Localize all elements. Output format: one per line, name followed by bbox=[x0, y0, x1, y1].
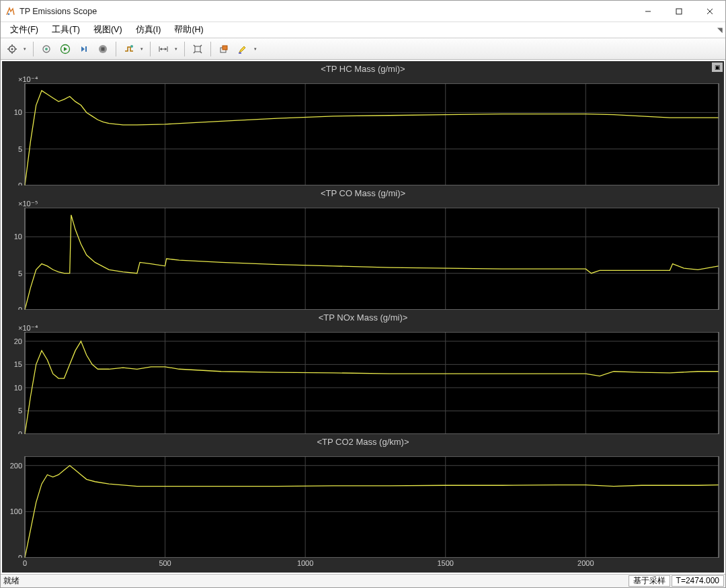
svg-marker-22 bbox=[165, 48, 167, 50]
subplot-2: <TP NOx Mass (g/mi)>×10⁻⁴05101520 bbox=[6, 310, 720, 434]
plot-area[interactable]: 0510 bbox=[6, 208, 720, 310]
plot-area[interactable]: 0510 bbox=[6, 83, 720, 185]
svg-text:15: 15 bbox=[14, 360, 22, 368]
close-button[interactable] bbox=[694, 1, 725, 22]
cursor-measure-button[interactable] bbox=[155, 40, 180, 58]
config-button[interactable] bbox=[3, 40, 29, 58]
svg-rect-29 bbox=[25, 83, 719, 185]
svg-rect-25 bbox=[195, 46, 200, 52]
svg-rect-42 bbox=[25, 208, 719, 310]
toolbar-separator bbox=[116, 42, 116, 56]
svg-marker-15 bbox=[81, 46, 85, 52]
subplot-3: <TP CO2 Mass (g/km)>0100200 bbox=[6, 434, 720, 558]
minimize-button[interactable] bbox=[633, 1, 663, 22]
toolbar-menu-arrow-icon[interactable]: ◥ bbox=[717, 26, 723, 34]
subplot-0: <TP HC Mass (g/mi)>×10⁻⁴0510 bbox=[6, 61, 720, 185]
subplot-title: <TP HC Mass (g/mi)> bbox=[6, 64, 720, 74]
svg-text:5: 5 bbox=[18, 269, 22, 278]
status-mode: 基于采样 bbox=[629, 575, 670, 587]
matlab-icon bbox=[5, 6, 15, 17]
y-exponent-label: ×10⁻⁴ bbox=[6, 324, 720, 332]
subplot-title: <TP NOx Mass (g/mi)> bbox=[6, 312, 720, 323]
toolbar-separator bbox=[33, 42, 34, 56]
trigger-button[interactable] bbox=[120, 40, 146, 58]
svg-text:0: 0 bbox=[18, 554, 22, 558]
svg-point-0 bbox=[8, 13, 10, 15]
window-title: TP Emissions Scope bbox=[19, 7, 633, 16]
x-tick-label: 1000 bbox=[297, 559, 313, 567]
svg-text:5: 5 bbox=[18, 407, 22, 415]
svg-text:20: 20 bbox=[14, 337, 22, 345]
autoscale-button[interactable] bbox=[189, 40, 206, 58]
toolbar bbox=[1, 38, 725, 60]
scope-figure: ▣ <TP HC Mass (g/mi)>×10⁻⁴0510<TP CO Mas… bbox=[2, 61, 724, 573]
plot-area[interactable]: 05101520 bbox=[6, 332, 720, 434]
x-tick-label: 0 bbox=[23, 559, 27, 567]
menu-file[interactable]: 文件(F) bbox=[3, 22, 45, 38]
svg-rect-72 bbox=[25, 456, 719, 558]
svg-text:10: 10 bbox=[14, 233, 22, 241]
y-exponent-label: ×10⁻⁴ bbox=[6, 75, 720, 83]
svg-marker-21 bbox=[160, 48, 162, 50]
svg-rect-2 bbox=[676, 9, 682, 14]
toolbar-separator bbox=[150, 42, 151, 56]
svg-text:10: 10 bbox=[14, 384, 22, 392]
toolbar-separator bbox=[210, 42, 211, 56]
svg-text:0: 0 bbox=[18, 430, 22, 434]
y-exponent-label bbox=[6, 448, 720, 456]
menubar: 文件(F) 工具(T) 视图(V) 仿真(I) 帮助(H) ◥ bbox=[1, 22, 725, 38]
maximize-button[interactable] bbox=[663, 1, 694, 22]
plot-area[interactable]: 0100200 bbox=[6, 456, 720, 558]
open-model-button[interactable] bbox=[38, 40, 55, 58]
svg-marker-14 bbox=[64, 47, 67, 51]
subplot-1: <TP CO Mass (g/mi)>×10⁻⁵0510 bbox=[6, 185, 720, 310]
menu-simulation[interactable]: 仿真(I) bbox=[129, 22, 168, 38]
x-tick-label: 1500 bbox=[437, 559, 453, 567]
titlebar: TP Emissions Scope bbox=[1, 1, 725, 22]
svg-rect-27 bbox=[223, 46, 227, 50]
menu-help[interactable]: 帮助(H) bbox=[167, 22, 210, 38]
status-time: T=2474.000 bbox=[672, 575, 724, 587]
subplot-title: <TP CO2 Mass (g/km)> bbox=[6, 437, 720, 447]
svg-rect-55 bbox=[25, 332, 719, 434]
x-tick-label: 500 bbox=[159, 559, 171, 567]
highlight-button[interactable] bbox=[234, 40, 259, 58]
x-tick-label: 2000 bbox=[577, 559, 594, 567]
figure-container: ▣ <TP HC Mass (g/mi)>×10⁻⁴0510<TP CO Mas… bbox=[1, 60, 725, 574]
statusbar: 就绪 基于采样 T=2474.000 bbox=[1, 574, 725, 587]
step-forward-button[interactable] bbox=[75, 40, 93, 58]
svg-text:0: 0 bbox=[18, 306, 22, 310]
x-axis: 0500100015002000 bbox=[25, 558, 719, 570]
subplot-title: <TP CO Mass (g/mi)> bbox=[6, 188, 720, 198]
menu-tools[interactable]: 工具(T) bbox=[45, 22, 87, 38]
dock-icon[interactable]: ▣ bbox=[712, 62, 723, 72]
stop-button[interactable] bbox=[94, 40, 112, 58]
status-ready: 就绪 bbox=[2, 575, 627, 587]
svg-text:100: 100 bbox=[10, 507, 22, 515]
svg-text:10: 10 bbox=[14, 108, 22, 116]
svg-text:5: 5 bbox=[18, 145, 22, 153]
float-button[interactable] bbox=[215, 40, 233, 58]
svg-point-19 bbox=[130, 45, 133, 48]
y-exponent-label: ×10⁻⁵ bbox=[6, 200, 720, 208]
run-button[interactable] bbox=[56, 40, 74, 58]
menu-view[interactable]: 视图(V) bbox=[87, 22, 129, 38]
toolbar-separator bbox=[184, 42, 185, 56]
svg-rect-18 bbox=[102, 47, 105, 50]
svg-point-12 bbox=[45, 48, 48, 50]
svg-text:0: 0 bbox=[18, 181, 22, 185]
svg-rect-16 bbox=[85, 46, 87, 52]
svg-point-6 bbox=[11, 48, 13, 50]
svg-text:200: 200 bbox=[10, 462, 22, 470]
